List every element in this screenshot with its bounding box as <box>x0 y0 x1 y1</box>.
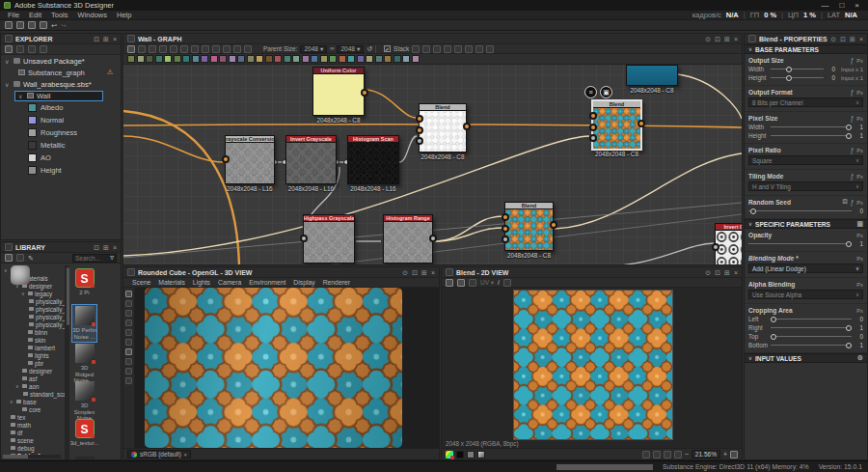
alpha-blending-select[interactable]: Use Source Alpha∨ <box>748 290 863 299</box>
tree-item-package[interactable]: ∨ Unsaved Package* <box>1 55 121 67</box>
base-parameters-header[interactable]: ∨BASE PARAMETERS <box>745 44 867 54</box>
fit-view-icon[interactable] <box>653 451 661 458</box>
channels-rgb-icon[interactable] <box>446 451 453 458</box>
material-icon[interactable] <box>125 348 132 355</box>
view3d-menu-environment[interactable]: Environment <box>246 279 288 286</box>
graph-float-icon[interactable]: ⊡ <box>715 34 720 44</box>
graph-frame-icon[interactable] <box>244 45 252 53</box>
library-tree-item[interactable]: scene <box>1 436 65 444</box>
node-uniform-color-teal[interactable]: 2048x2048 - C8 <box>626 65 678 86</box>
tree-item-output[interactable]: Metallic <box>1 139 121 152</box>
palette-node-icon[interactable] <box>292 55 300 63</box>
input-port[interactable] <box>416 126 423 134</box>
library-thumbnail[interactable]: S3d_textur... <box>72 418 96 455</box>
menu-tools[interactable]: Tools <box>46 11 73 20</box>
output-port[interactable] <box>550 221 557 229</box>
palette-node-icon[interactable] <box>229 55 236 63</box>
view3d-maximize-icon[interactable]: ⊞ <box>421 267 427 278</box>
input-port[interactable] <box>300 235 308 242</box>
view2d-float-icon[interactable]: ⊡ <box>715 267 720 278</box>
select-icon[interactable] <box>125 310 132 317</box>
menu-file[interactable]: File <box>3 11 24 20</box>
palette-node-icon[interactable] <box>247 55 255 63</box>
function-icon[interactable]: ƒ <box>851 173 854 180</box>
tree-item-graph-selected[interactable]: ∨Wall <box>1 90 121 101</box>
library-tree-item[interactable]: ∨designer <box>1 282 65 290</box>
library-tree-item[interactable]: designer <box>1 367 65 375</box>
palette-node-icon[interactable] <box>219 55 227 63</box>
graph-grid-icon[interactable] <box>191 45 199 53</box>
save-icon[interactable] <box>40 21 47 29</box>
input-port[interactable] <box>416 115 423 123</box>
view3d-viewport[interactable] <box>135 288 439 448</box>
expander-icon[interactable]: ∨ <box>15 383 20 389</box>
graph-maximize-icon[interactable]: ⊞ <box>724 34 730 44</box>
node-blend-white[interactable]: Blend 2048x2048 - C8 <box>419 103 467 153</box>
tree-item-output[interactable]: Normal <box>1 114 121 126</box>
library-tree-item[interactable]: lights <box>1 351 65 359</box>
tree-item-output[interactable]: Height <box>1 164 121 177</box>
specific-parameters-header[interactable]: ∨SPECIFIC PARAMETERS▣ <box>745 219 867 229</box>
library-thumbnail[interactable]: S2 Pi <box>72 267 96 304</box>
width-slider[interactable] <box>771 124 852 131</box>
view3d-menu-lights[interactable]: Lights <box>190 279 213 286</box>
palette-node-icon[interactable] <box>375 55 383 63</box>
center-view-icon[interactable] <box>674 451 682 458</box>
node-preview-button[interactable]: ≡ <box>584 86 597 98</box>
background-icon[interactable] <box>477 451 485 458</box>
palette-node-icon[interactable] <box>137 55 145 63</box>
rounded-cube-mesh[interactable] <box>145 288 402 448</box>
blending-mode-select[interactable]: Add (Linear Dodge)∨ <box>748 264 863 273</box>
display-mode-icon[interactable] <box>125 291 132 297</box>
palette-node-icon[interactable] <box>402 55 410 63</box>
palette-node-icon[interactable] <box>192 55 200 63</box>
menu-help[interactable]: Help <box>112 11 136 20</box>
cropping-bottom-slider[interactable] <box>771 342 852 349</box>
palette-node-icon[interactable] <box>393 55 401 63</box>
align-v-icon[interactable] <box>412 45 420 53</box>
export-image-icon[interactable] <box>446 279 453 287</box>
palette-node-icon[interactable] <box>384 55 392 63</box>
search-input[interactable] <box>75 255 108 262</box>
align-grid-icon[interactable] <box>433 45 441 53</box>
library-tree-item[interactable]: asf <box>1 375 65 382</box>
view2d-viewport[interactable]: 2048 x 2048 (RGBA, 8bpc) <box>442 288 742 448</box>
opacity-slider[interactable] <box>748 240 852 248</box>
library-tree-item[interactable]: physically_... <box>1 297 65 305</box>
library-tree-item[interactable]: math <box>1 421 65 429</box>
input-port[interactable] <box>589 134 597 142</box>
tree-item-package[interactable]: ∨ Wall_arabesque.sbs* <box>1 78 121 90</box>
palette-node-icon[interactable] <box>347 55 355 63</box>
view3d-menu-camera[interactable]: Camera <box>215 279 244 286</box>
height-slider[interactable] <box>771 132 852 140</box>
library-edit-icon[interactable]: ✎ <box>28 254 34 263</box>
input-port[interactable] <box>416 137 423 145</box>
align-h-icon[interactable] <box>422 45 430 53</box>
explorer-sync-icon[interactable] <box>28 45 36 53</box>
zoom-level[interactable]: 21.56% <box>692 450 720 458</box>
maximize-button[interactable]: □ <box>839 0 844 11</box>
wireframe-icon[interactable] <box>125 329 132 336</box>
palette-node-icon[interactable] <box>237 55 245 63</box>
tree-item-output[interactable]: Roughness <box>1 126 121 139</box>
library-tree-item[interactable]: physically_... <box>1 305 65 313</box>
palette-node-icon[interactable] <box>210 55 218 63</box>
input-port[interactable] <box>502 213 509 221</box>
library-tree-item[interactable]: ∨aon <box>1 382 65 390</box>
texture-preview[interactable] <box>513 290 673 440</box>
function-icon[interactable]: ƒ <box>851 199 854 206</box>
expander-icon[interactable]: ∨ <box>21 291 26 296</box>
cropping-top-slider[interactable] <box>771 333 852 341</box>
palette-node-icon[interactable] <box>182 55 190 63</box>
graph-link-tool-icon[interactable] <box>180 45 188 53</box>
library-scrollbar[interactable] <box>66 265 69 459</box>
settings-icon[interactable] <box>125 368 132 375</box>
graph-pen-icon[interactable] <box>233 45 241 53</box>
publish-icon[interactable] <box>16 21 24 29</box>
tree-layout-icon[interactable] <box>475 45 483 53</box>
view3d-pin-icon[interactable]: ⊙ <box>402 267 408 278</box>
uv-mode-select[interactable]: UV ▾ <box>480 279 494 287</box>
palette-node-icon[interactable] <box>320 55 328 63</box>
library-tree-item[interactable]: physically_... <box>1 313 65 320</box>
width-slider[interactable] <box>771 66 824 73</box>
